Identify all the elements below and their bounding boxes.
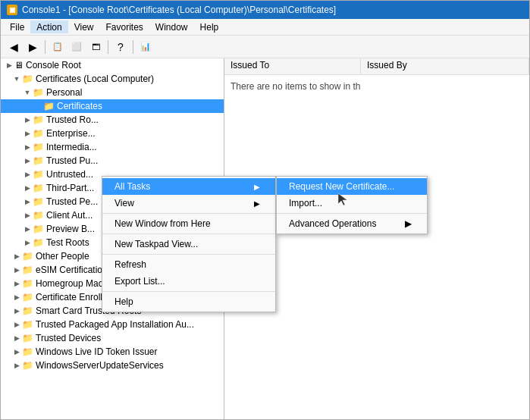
new-window-button[interactable]: 🗔 (87, 39, 104, 55)
menu-file[interactable]: File (4, 20, 30, 33)
ctx-new-window-label: New Window from Here (114, 218, 211, 229)
ctx-separator-2 (102, 234, 275, 234)
window-title: Console1 - [Console Root\Certificates (L… (22, 5, 336, 15)
help-button[interactable]: ? (112, 39, 129, 55)
export-button[interactable]: 📊 (137, 39, 154, 55)
ctx-view[interactable]: View ▶ (102, 195, 275, 212)
ctx-all-tasks-label: All Tasks (114, 181, 150, 192)
menu-bar: File Action View Favorites Window Help (1, 19, 529, 36)
ctx-help[interactable]: Help (102, 293, 275, 310)
toolbar-separator-2 (108, 40, 108, 54)
main-content: ▶ 🖥 Console Root ▼ 📁 Certificates (Local… (1, 58, 529, 419)
ctx-refresh-label: Refresh (114, 259, 146, 270)
submenu-arrow: ▶ (254, 183, 260, 191)
sub-advanced-ops[interactable]: Advanced Operations ▶ (277, 215, 427, 232)
sub-import[interactable]: Import... (277, 195, 427, 212)
sub-menu-all-tasks: Request New Certificate... Import... Adv… (276, 176, 428, 234)
ctx-separator-1 (102, 213, 275, 214)
back-button[interactable]: ◀ (5, 39, 22, 55)
ctx-help-label: Help (114, 296, 133, 307)
show-hide-action-pane-button[interactable]: 📋 (49, 39, 66, 55)
context-menu-overlay: All Tasks ▶ View ▶ New Window from Here … (1, 58, 529, 419)
ctx-export-label: Export List... (114, 276, 165, 287)
menu-help[interactable]: Help (194, 20, 225, 33)
ctx-export-list[interactable]: Export List... (102, 273, 275, 290)
sub-advanced-label: Advanced Operations (289, 218, 376, 229)
sub-separator (277, 213, 427, 214)
title-bar: ▣ Console1 - [Console Root\Certificates … (1, 1, 529, 19)
sub-request-new-cert[interactable]: Request New Certificate... (277, 178, 427, 195)
menu-action[interactable]: Action (30, 20, 67, 33)
properties-button[interactable]: ⬜ (68, 39, 85, 55)
ctx-refresh[interactable]: Refresh (102, 256, 275, 273)
submenu-arrow: ▶ (405, 218, 412, 229)
toolbar-separator-3 (133, 40, 133, 54)
toolbar: ◀ ▶ 📋 ⬜ 🗔 ? 📊 (1, 36, 529, 58)
app-icon: ▣ (7, 5, 17, 15)
ctx-new-taskpad-label: New Taskpad View... (114, 239, 198, 249)
submenu-arrow: ▶ (254, 199, 260, 208)
forward-button[interactable]: ▶ (24, 39, 41, 55)
ctx-separator-4 (102, 291, 275, 292)
sub-request-label: Request New Certificate... (289, 181, 394, 192)
ctx-new-window[interactable]: New Window from Here (102, 215, 275, 232)
ctx-view-label: View (114, 198, 134, 208)
toolbar-separator-1 (45, 40, 45, 54)
ctx-all-tasks[interactable]: All Tasks ▶ (102, 178, 275, 195)
menu-view[interactable]: View (68, 20, 100, 33)
ctx-separator-3 (102, 254, 275, 255)
context-menu: All Tasks ▶ View ▶ New Window from Here … (102, 176, 276, 312)
menu-favorites[interactable]: Favorites (100, 20, 149, 33)
main-window: ▣ Console1 - [Console Root\Certificates … (0, 0, 530, 420)
menu-window[interactable]: Window (149, 20, 194, 33)
ctx-new-taskpad[interactable]: New Taskpad View... (102, 236, 275, 252)
sub-import-label: Import... (289, 198, 322, 208)
